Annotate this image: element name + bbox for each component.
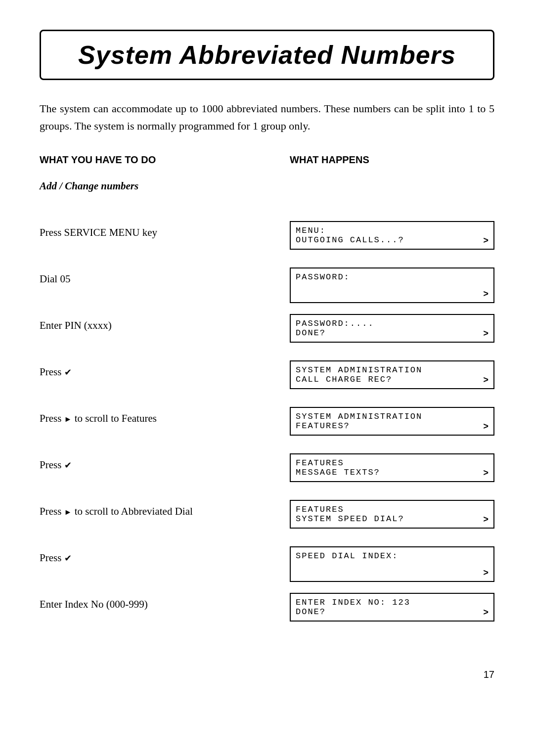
lcd-line-2: DONE?>	[296, 607, 489, 617]
intro-text: The system can accommodate up to 1000 ab…	[40, 100, 494, 134]
table-row: Enter PIN (xxxx) PASSWORD:.... DONE?>	[40, 314, 494, 358]
lcd-line-2: DONE?>	[296, 328, 489, 338]
lcd-line-1: SYSTEM ADMINISTRATION	[296, 412, 489, 421]
lcd-line-2: CALL CHARGE REC?>	[296, 375, 489, 384]
lcd-line-2: OUTGOING CALLS...?>	[296, 235, 489, 245]
lcd-display: ENTER INDEX NO: 123 DONE?>	[290, 593, 494, 622]
table-row: Press SERVICE MENU key MENU: OUTGOING CA…	[40, 221, 494, 266]
lcd-display: PASSWORD:.... DONE?>	[290, 314, 494, 343]
lcd-line-1: FEATURES	[296, 505, 489, 514]
checkmark-icon: ✔	[64, 460, 72, 470]
table-row: Press ► to scroll to Features SYSTEM ADM…	[40, 407, 494, 451]
table-row: Press ✔ SPEED DIAL INDEX: >	[40, 546, 494, 591]
step-label: Press ✔	[40, 453, 290, 473]
arrow-right-icon: ►	[64, 508, 72, 516]
table-row: Enter Index No (000-999) ENTER INDEX NO:…	[40, 593, 494, 637]
col-header-right: WHAT HAPPENS	[290, 154, 494, 166]
lcd-line-2: SYSTEM SPEED DIAL?>	[296, 514, 489, 524]
step-label: Enter PIN (xxxx)	[40, 314, 290, 334]
lcd-line-2: MESSAGE TEXTS?>	[296, 468, 489, 477]
lcd-arrow-icon: >	[483, 568, 490, 578]
col-header-left: WHAT YOU HAVE TO DO	[40, 154, 290, 166]
lcd-line-1: SPEED DIAL INDEX:	[296, 551, 489, 561]
lcd-display: SYSTEM ADMINISTRATION FEATURES?>	[290, 407, 494, 436]
table-row: Press ✔ FEATURES MESSAGE TEXTS?>	[40, 453, 494, 498]
lcd-display: SYSTEM ADMINISTRATION CALL CHARGE REC?>	[290, 360, 494, 389]
table-row: Press ✔ SYSTEM ADMINISTRATION CALL CHARG…	[40, 360, 494, 405]
checkmark-icon: ✔	[64, 553, 72, 563]
step-label: Press ✔	[40, 546, 290, 566]
lcd-display: FEATURES MESSAGE TEXTS?>	[290, 453, 494, 482]
content-table: Add / Change numbers Press SERVICE MENU …	[40, 175, 494, 639]
table-row: Press ► to scroll to Abbreviated Dial FE…	[40, 500, 494, 544]
step-label: Press SERVICE MENU key	[40, 221, 290, 241]
lcd-display: PASSWORD: >	[290, 267, 494, 303]
lcd-arrow-icon: >	[483, 515, 490, 525]
lcd-arrow-icon: >	[483, 422, 490, 432]
table-row: Dial 05 PASSWORD: >	[40, 267, 494, 312]
columns-header: WHAT YOU HAVE TO DO WHAT HAPPENS	[40, 154, 494, 170]
lcd-display: FEATURES SYSTEM SPEED DIAL?>	[290, 500, 494, 529]
lcd-line-1: SYSTEM ADMINISTRATION	[296, 365, 489, 375]
page-number: 17	[40, 669, 494, 680]
lcd-line-1: PASSWORD:	[296, 272, 489, 282]
lcd-arrow-icon: >	[483, 608, 490, 618]
section-title: Add / Change numbers	[40, 178, 280, 194]
section-title-row: Add / Change numbers	[40, 175, 494, 219]
step-label: Press ► to scroll to Features	[40, 407, 290, 427]
lcd-arrow-icon: >	[483, 329, 490, 339]
lcd-arrow-icon: >	[483, 375, 490, 385]
step-label: Press ► to scroll to Abbreviated Dial	[40, 500, 290, 520]
lcd-line-2: FEATURES?>	[296, 421, 489, 431]
lcd-line-1: FEATURES	[296, 458, 489, 468]
step-label: Dial 05	[40, 267, 290, 287]
lcd-arrow-icon: >	[483, 289, 490, 299]
lcd-line-1: ENTER INDEX NO: 123	[296, 598, 489, 607]
lcd-display: MENU: OUTGOING CALLS...?>	[290, 221, 494, 250]
lcd-arrow-icon: >	[483, 236, 490, 246]
step-label: Press ✔	[40, 360, 290, 380]
page-title: System Abbreviated Numbers	[40, 30, 494, 80]
step-label: Enter Index No (000-999)	[40, 593, 290, 613]
lcd-line-1: PASSWORD:....	[296, 319, 489, 328]
checkmark-icon: ✔	[64, 367, 72, 377]
lcd-display: SPEED DIAL INDEX: >	[290, 546, 494, 582]
lcd-line-1: MENU:	[296, 226, 489, 235]
lcd-arrow-icon: >	[483, 468, 490, 478]
arrow-right-icon: ►	[64, 415, 72, 423]
